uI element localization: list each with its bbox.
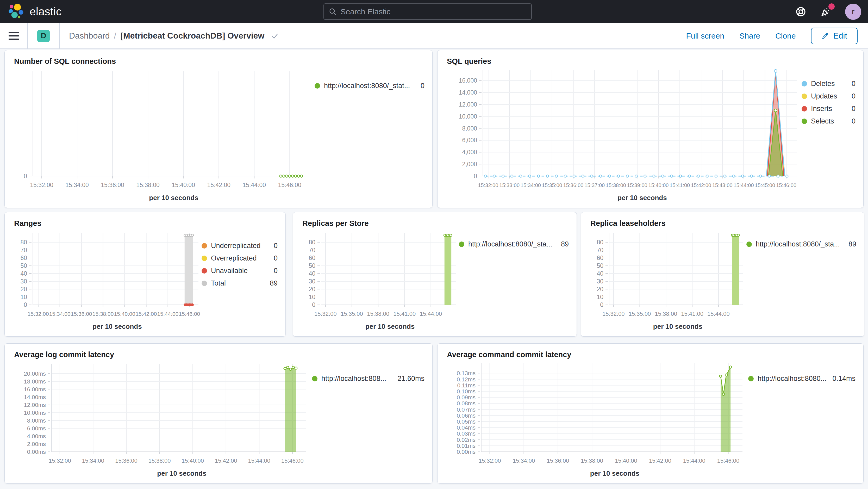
svg-text:0: 0 [24, 173, 27, 180]
series-color-dot [802, 81, 807, 87]
global-search[interactable] [323, 3, 532, 20]
user-avatar[interactable]: r [845, 4, 861, 20]
series-color-dot [748, 376, 754, 381]
panel-title: Number of SQL connections [10, 55, 427, 67]
legend-item[interactable]: http://localhost:8080/_sta... 89 [746, 240, 856, 248]
clone-button[interactable]: Clone [775, 32, 796, 40]
series-color-dot [202, 281, 207, 286]
legend-item[interactable]: Deletes 0 [802, 80, 856, 88]
svg-text:15:41:00: 15:41:00 [670, 182, 690, 188]
search-input[interactable] [341, 7, 527, 16]
svg-text:15:38:00: 15:38:00 [92, 311, 114, 317]
svg-text:15:42:00: 15:42:00 [207, 182, 230, 188]
svg-text:70: 70 [20, 247, 27, 253]
panel-ranges: Ranges 15:32:0015:34:0015:36:0015:38:001… [4, 212, 286, 337]
svg-text:15:34:00: 15:34:00 [521, 182, 541, 188]
breadcrumb-separator: / [114, 31, 116, 41]
svg-text:20.00ms: 20.00ms [24, 370, 46, 377]
avg-log-commit-latency-chart[interactable]: 15:32:0015:34:0015:36:0015:38:0015:40:00… [10, 360, 312, 468]
svg-text:40: 40 [597, 270, 603, 277]
svg-text:0.00ms: 0.00ms [27, 449, 46, 455]
svg-text:0: 0 [474, 173, 477, 180]
svg-text:0.11ms: 0.11ms [457, 382, 475, 389]
ranges-chart[interactable]: 15:32:0015:34:0015:36:0015:38:0015:40:00… [10, 229, 202, 322]
full-screen-button[interactable]: Full screen [686, 32, 724, 40]
svg-text:20: 20 [597, 286, 603, 293]
legend-value: 0.14ms [832, 375, 856, 383]
legend-item[interactable]: Unavailable 0 [202, 267, 278, 275]
avg-command-commit-latency-chart[interactable]: 15:32:0015:34:0015:36:0015:38:0015:40:00… [443, 360, 748, 468]
legend-label: Selects [811, 117, 848, 125]
space-avatar[interactable]: D [37, 30, 50, 42]
series-color-dot [802, 119, 807, 124]
legend-item[interactable]: Overreplicated 0 [202, 254, 278, 262]
legend-item[interactable]: Inserts 0 [802, 105, 856, 113]
panel-average-log-commit-latency: Average log commit latency 15:32:0015:34… [4, 343, 433, 484]
legend-label: http://localhost:8080... [757, 375, 829, 383]
svg-text:8.00ms: 8.00ms [27, 417, 46, 424]
legend-item[interactable]: Selects 0 [802, 117, 856, 125]
replicas-per-store-chart[interactable]: 15:32:0015:35:0015:38:0015:41:0015:44:00… [299, 229, 459, 322]
legend-label: http://localhost:808... [321, 375, 394, 383]
sql-queries-chart[interactable]: 15:32:0015:33:0015:34:0015:35:0015:36:00… [443, 67, 802, 193]
svg-text:0.00ms: 0.00ms [457, 449, 475, 455]
legend-label: Inserts [811, 105, 848, 113]
svg-text:15:36:00: 15:36:00 [547, 457, 569, 464]
svg-text:15:35:00: 15:35:00 [629, 310, 651, 317]
panel-title: Replica leaseholders [587, 217, 858, 229]
chart-legend: http://localhost:8080/_sta... 89 [746, 229, 858, 334]
svg-text:15:34:00: 15:34:00 [65, 182, 89, 188]
share-button[interactable]: Share [739, 32, 760, 40]
menu-icon[interactable] [9, 30, 19, 42]
svg-text:15:43:00: 15:43:00 [712, 182, 733, 188]
elastic-brand[interactable]: elastic [0, 3, 62, 20]
page-title: [Metricbeat CockroachDB] Overview [120, 31, 264, 41]
svg-text:15:42:00: 15:42:00 [649, 457, 671, 464]
svg-text:15:34:00: 15:34:00 [513, 457, 535, 464]
panel-replicas-per-store: Replicas per Store 15:32:0015:35:0015:38… [293, 212, 577, 337]
legend-value: 0 [274, 267, 278, 275]
legend-item[interactable]: http://localhost:8080/_stat... 0 [315, 82, 425, 90]
legend-item[interactable]: http://localhost:8080/_sta... 89 [459, 240, 569, 248]
check-icon[interactable] [270, 32, 279, 40]
edit-button[interactable]: Edit [811, 28, 858, 44]
legend-item[interactable]: Updates 0 [802, 92, 856, 100]
svg-text:18.00ms: 18.00ms [24, 378, 46, 385]
legend-item[interactable]: Underreplicated 0 [202, 242, 278, 250]
svg-text:10.00ms: 10.00ms [24, 409, 46, 416]
svg-text:12,000: 12,000 [459, 101, 477, 108]
svg-text:15:44:00: 15:44:00 [420, 310, 442, 317]
dashboard-grid: Number of SQL connections 15:32:0015:34:… [0, 49, 868, 489]
series-color-dot [315, 83, 320, 89]
series-color-dot [746, 242, 752, 247]
svg-text:6,000: 6,000 [462, 137, 477, 144]
chart-legend: http://localhost:8080... 0.14ms [748, 360, 858, 481]
svg-text:0: 0 [600, 301, 603, 308]
legend-value: 0 [851, 105, 856, 113]
breadcrumb-dashboard-link[interactable]: Dashboard [69, 31, 110, 41]
sql-connections-chart[interactable]: 15:32:0015:34:0015:36:0015:38:0015:40:00… [10, 67, 315, 193]
svg-text:15:41:00: 15:41:00 [681, 310, 704, 317]
brand-wordmark: elastic [30, 5, 62, 18]
panel-sql-queries: SQL queries 15:32:0015:33:0015:34:0015:3… [437, 50, 864, 208]
legend-item[interactable]: Total 89 [202, 279, 278, 287]
panel-replica-leaseholders: Replica leaseholders 15:32:0015:35:0015:… [581, 212, 864, 337]
svg-text:15:38:00: 15:38:00 [581, 457, 603, 464]
legend-value: 89 [848, 240, 856, 248]
svg-text:15:32:00: 15:32:00 [314, 310, 337, 317]
svg-text:15:32:00: 15:32:00 [602, 310, 625, 317]
avatar-initial: r [852, 7, 855, 17]
help-icon[interactable] [795, 6, 807, 18]
svg-text:80: 80 [597, 239, 603, 246]
legend-label: http://localhost:8080/_sta... [468, 240, 557, 248]
legend-value: 21.60ms [397, 375, 425, 383]
newsfeed-icon[interactable] [820, 6, 832, 18]
x-axis-title: per 10 seconds [587, 322, 746, 334]
legend-item[interactable]: http://localhost:8080... 0.14ms [748, 375, 856, 383]
svg-text:15:42:00: 15:42:00 [691, 182, 711, 188]
legend-item[interactable]: http://localhost:808... 21.60ms [312, 375, 425, 383]
legend-value: 0 [851, 92, 856, 100]
replica-leaseholders-chart[interactable]: 15:32:0015:35:0015:38:0015:41:0015:44:00… [587, 229, 746, 322]
svg-text:15:32:00: 15:32:00 [479, 457, 501, 464]
x-axis-title: per 10 seconds [443, 193, 802, 205]
